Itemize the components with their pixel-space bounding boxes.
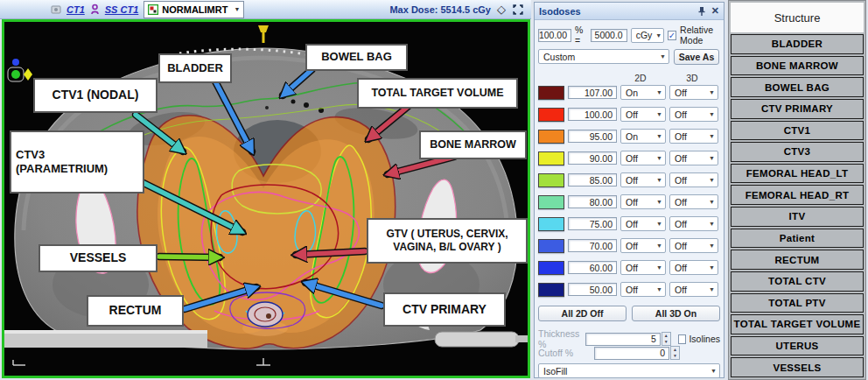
isodose-2d-select[interactable]: Off ▼ xyxy=(620,172,666,187)
fit-to-window-icon[interactable] xyxy=(512,4,524,16)
isodose-2d-select[interactable]: Off ▼ xyxy=(620,282,666,297)
chevron-down-icon: ▼ xyxy=(709,89,715,95)
isodose-3d-select[interactable]: Off ▼ xyxy=(669,282,718,297)
annotation-ctv-primary: CTV PRIMARY xyxy=(383,292,506,327)
column-header-2d: 2D xyxy=(618,73,663,83)
isodose-level-input[interactable]: 100.00 xyxy=(568,108,617,121)
fill-mode-select[interactable]: IsoFill ▼ xyxy=(538,363,720,378)
isodoses-title-bar[interactable]: Isodoses ✕ xyxy=(535,3,724,20)
isodose-color-swatch[interactable] xyxy=(538,195,564,209)
isodose-color-swatch[interactable] xyxy=(538,86,564,100)
structure-row[interactable]: TOTAL PTV xyxy=(731,293,864,313)
isodose-3d-select[interactable]: Off ▼ xyxy=(669,260,718,275)
isodose-2d-select[interactable]: Off ▼ xyxy=(620,107,666,122)
cutoff-input[interactable]: 0 xyxy=(594,347,669,360)
chevron-down-icon: ▼ xyxy=(709,133,715,139)
chevron-down-icon: ▼ xyxy=(656,111,662,117)
thickness-spinner[interactable]: ▲▼ xyxy=(662,332,671,346)
all-2d-off-button[interactable]: All 2D Off xyxy=(538,306,626,321)
structure-row[interactable]: CTV1 xyxy=(731,121,864,141)
isodose-row: 70.00 Off ▼ Off ▼ xyxy=(538,238,720,253)
all-3d-on-button[interactable]: All 3D On xyxy=(632,306,720,321)
annotation-gtv: GTV ( UTERUS, CERVIX, VAGINA, B/L OVARY … xyxy=(367,218,528,264)
structure-row[interactable]: RECTUM xyxy=(731,250,864,270)
chevron-down-icon: ▼ xyxy=(709,264,715,271)
isodose-color-swatch[interactable] xyxy=(538,217,564,231)
structure-row[interactable]: Patient xyxy=(731,229,864,249)
structure-row[interactable]: BOWEL BAG xyxy=(731,77,864,97)
isodose-color-swatch[interactable] xyxy=(538,283,564,297)
isodose-2d-select[interactable]: Off ▼ xyxy=(620,151,666,165)
structure-row[interactable]: VESSELS xyxy=(731,357,864,377)
isodose-3d-select[interactable]: Off ▼ xyxy=(669,194,718,209)
pin-icon[interactable] xyxy=(697,6,706,16)
ct-axial-viewport[interactable]: BLADDER BOWEL BAG CTV1 (NODAL) CTV3 (PAR… xyxy=(2,19,530,378)
isodose-color-swatch[interactable] xyxy=(538,261,564,275)
isodose-color-swatch[interactable] xyxy=(538,151,564,165)
relative-mode-checkbox[interactable]: ✓ xyxy=(668,31,676,40)
isodose-3d-select[interactable]: Off ▼ xyxy=(669,172,718,187)
isodose-color-swatch[interactable] xyxy=(538,130,564,144)
isodose-level-input[interactable]: 107.00 xyxy=(568,86,617,99)
plan-selector[interactable]: NORMALIMRT ▼ xyxy=(144,1,244,18)
isodose-level-input[interactable]: 75.00 xyxy=(568,217,617,230)
close-icon[interactable]: ✕ xyxy=(711,5,719,17)
isodose-level-input[interactable]: 60.00 xyxy=(568,261,617,274)
structure-row[interactable]: FEMORAL HEAD_RT xyxy=(731,185,864,205)
structure-row[interactable]: CTV3 xyxy=(731,142,864,162)
isodose-level-input[interactable]: 95.00 xyxy=(568,130,617,143)
diamond-icon[interactable]: ◇ xyxy=(497,4,506,15)
annotation-ctv1-nodal: CTV1 (NODAL) xyxy=(33,78,158,113)
structure-row[interactable]: TOTAL CTV xyxy=(731,271,864,292)
save-as-button[interactable]: Save As xyxy=(674,49,719,65)
tab-ct1[interactable]: CT1 xyxy=(66,4,85,15)
isodose-level-input[interactable]: 85.00 xyxy=(568,173,617,186)
isodose-3d-select[interactable]: Off ▼ xyxy=(669,151,718,165)
isodose-2d-select[interactable]: Off ▼ xyxy=(620,194,666,209)
isodose-row: 90.00 Off ▼ Off ▼ xyxy=(538,151,720,165)
cutoff-row: Cutoff % 0 ▲▼ xyxy=(538,346,720,360)
isolines-checkbox[interactable] xyxy=(678,334,687,344)
isodose-2d-select[interactable]: Off ▼ xyxy=(620,260,666,275)
percent-input[interactable]: 100.00 xyxy=(538,29,571,42)
isodose-color-swatch[interactable] xyxy=(538,108,564,122)
isodose-color-swatch[interactable] xyxy=(538,173,564,187)
isodose-2d-select[interactable]: Off ▼ xyxy=(620,238,666,253)
dose-input[interactable]: 5000.0 xyxy=(591,29,627,42)
structure-row[interactable]: BONE MARROW xyxy=(731,56,864,76)
cutoff-spinner[interactable]: ▲▼ xyxy=(670,346,680,360)
isodose-row: 85.00 Off ▼ Off ▼ xyxy=(538,172,720,187)
isodose-level-input[interactable]: 50.00 xyxy=(568,283,617,296)
isodose-2d-select[interactable]: On ▼ xyxy=(620,129,666,144)
isodose-3d-select[interactable]: Off ▼ xyxy=(669,85,718,100)
tab-ss-ct1[interactable]: SS CT1 xyxy=(105,4,139,15)
isodose-2d-select[interactable]: Off ▼ xyxy=(620,216,666,231)
unit-select[interactable]: cGy ▼ xyxy=(631,28,664,43)
isodose-3d-select[interactable]: Off ▼ xyxy=(669,129,718,144)
structure-row[interactable]: BLADDER xyxy=(731,34,864,54)
isodose-3d-select[interactable]: Off ▼ xyxy=(669,238,718,253)
structure-panel: Structure BLADDER BONE MARROW BOWEL BAG … xyxy=(728,0,866,380)
annotation-vessels: VESSELS xyxy=(38,244,158,272)
structure-row[interactable]: CTV PRIMARY xyxy=(731,99,864,119)
preset-select[interactable]: Custom ▼ xyxy=(538,49,669,64)
isodose-3d-select[interactable]: Off ▼ xyxy=(669,107,718,122)
isodose-row: 60.00 Off ▼ Off ▼ xyxy=(538,260,720,275)
isodoses-panel: Isodoses ✕ 100.00 % = 5000.0 cGy ▼ ✓ Rel… xyxy=(534,2,724,378)
structure-row[interactable]: ITV xyxy=(731,207,864,227)
preset-row: Custom ▼ Save As xyxy=(538,49,719,65)
isodose-3d-select[interactable]: Off ▼ xyxy=(669,216,718,231)
structure-row[interactable]: UTERUS xyxy=(731,336,864,356)
isolines-label: Isolines xyxy=(689,334,720,344)
thickness-input[interactable]: 5 xyxy=(585,333,661,346)
isodoses-title: Isodoses xyxy=(539,6,581,17)
isodose-level-input[interactable]: 70.00 xyxy=(568,239,617,252)
chevron-down-icon: ▼ xyxy=(709,221,715,227)
study-icon xyxy=(51,4,61,15)
isodose-color-swatch[interactable] xyxy=(538,239,564,253)
structure-row[interactable]: TOTAL TARGET VOLUME xyxy=(731,314,864,334)
isodose-level-input[interactable]: 80.00 xyxy=(568,195,617,208)
isodose-level-input[interactable]: 90.00 xyxy=(568,151,617,165)
structure-row[interactable]: FEMORAL HEAD_LT xyxy=(731,164,864,184)
isodose-2d-select[interactable]: On ▼ xyxy=(620,85,666,100)
